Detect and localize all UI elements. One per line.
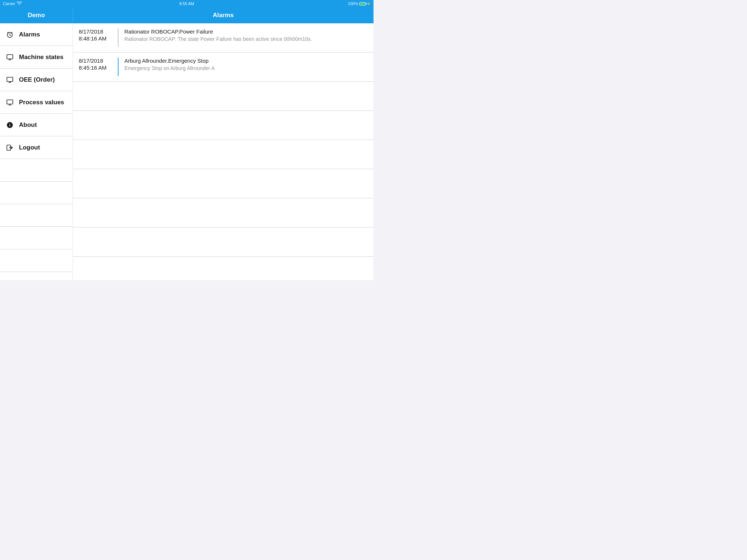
alarm-empty-1	[73, 82, 374, 111]
header-sidebar-section: Demo	[0, 7, 73, 23]
sidebar-label-machine-states: Machine states	[19, 54, 63, 61]
status-bar: Carrier 8:55 AM 100% ⚡	[0, 0, 374, 7]
alarm-2-description: Emergency Stop on Arburg Allrounder A	[124, 65, 368, 71]
alarm-1-text: Rationator ROBOCAP.Power Failure Rationa…	[123, 28, 368, 47]
app-container: Demo Alarms Alarms	[0, 7, 374, 280]
sidebar-empty-5	[0, 249, 73, 272]
sidebar-item-about[interactable]: i About	[0, 114, 73, 136]
header-main-section: Alarms	[73, 7, 374, 23]
app-header: Demo Alarms	[0, 7, 374, 23]
alarm-2-text: Arburg Allrounder.Emergency Stop Emergen…	[123, 58, 368, 76]
alarm-1-time: 8:48:16 AM	[79, 35, 113, 42]
svg-rect-3	[7, 100, 13, 104]
carrier-label: Carrier	[3, 1, 15, 6]
logout-icon	[6, 144, 14, 151]
alarm-empty-6	[73, 228, 374, 257]
sidebar-item-alarms[interactable]: Alarms	[0, 23, 73, 46]
alarms-list: 8/17/2018 8:48:16 AM Rationator ROBOCAP.…	[73, 23, 374, 280]
battery-icon	[359, 2, 366, 5]
alarm-2-title: Arburg Allrounder.Emergency Stop	[124, 58, 368, 64]
sidebar: Alarms Machine states	[0, 23, 73, 280]
info-icon: i	[6, 121, 14, 129]
alarm-clock-icon	[6, 31, 14, 38]
monitor-icon-1	[6, 54, 14, 61]
battery-percent: 100%	[348, 1, 358, 6]
alarm-empty-7	[73, 257, 374, 280]
alarm-1-divider	[118, 28, 119, 47]
alarm-2-datetime: 8/17/2018 8:45:16 AM	[79, 58, 113, 76]
sidebar-item-machine-states[interactable]: Machine states	[0, 46, 73, 69]
sidebar-empty-1	[0, 159, 73, 182]
alarm-2-time: 8:45:16 AM	[79, 65, 113, 71]
sidebar-empty-4	[0, 227, 73, 249]
status-bar-left: Carrier	[3, 1, 22, 6]
alarm-empty-3	[73, 140, 374, 169]
svg-text:i: i	[9, 122, 10, 128]
alarm-2-date: 8/17/2018	[79, 58, 113, 64]
sidebar-empty-3	[0, 204, 73, 227]
sidebar-label-about: About	[19, 121, 37, 129]
sidebar-item-logout[interactable]: Logout	[0, 136, 73, 159]
monitor-icon-3	[6, 99, 14, 106]
sidebar-label-oee-order: OEE (Order)	[19, 76, 55, 83]
svg-rect-1	[7, 54, 13, 59]
sidebar-item-oee-order[interactable]: OEE (Order)	[0, 69, 73, 91]
sidebar-label-logout: Logout	[19, 144, 40, 151]
charging-icon: ⚡	[367, 2, 371, 5]
status-bar-time: 8:55 AM	[179, 1, 194, 6]
status-bar-right: 100% ⚡	[348, 1, 371, 6]
sidebar-label-alarms: Alarms	[19, 31, 40, 38]
alarm-1-description: Rationator ROBOCAP: The state Power Fail…	[124, 36, 368, 42]
monitor-icon-2	[6, 76, 14, 83]
alarm-item-2[interactable]: 8/17/2018 8:45:16 AM Arburg Allrounder.E…	[73, 52, 374, 82]
alarm-2-divider	[118, 58, 119, 76]
sidebar-header-title: Demo	[28, 12, 45, 19]
sidebar-empty-6	[0, 272, 73, 280]
sidebar-empty-2	[0, 182, 73, 204]
sidebar-label-process-values: Process values	[19, 99, 64, 106]
alarm-1-date: 8/17/2018	[79, 28, 113, 35]
main-header-title: Alarms	[213, 12, 234, 19]
svg-rect-2	[7, 77, 13, 81]
alarm-empty-4	[73, 169, 374, 198]
alarm-empty-5	[73, 198, 374, 228]
alarm-empty-2	[73, 111, 374, 140]
alarm-1-title: Rationator ROBOCAP.Power Failure	[124, 28, 368, 35]
alarm-1-datetime: 8/17/2018 8:48:16 AM	[79, 28, 113, 47]
alarm-item-1[interactable]: 8/17/2018 8:48:16 AM Rationator ROBOCAP.…	[73, 23, 374, 52]
content-area: Alarms Machine states	[0, 23, 374, 280]
wifi-icon	[17, 1, 22, 6]
sidebar-item-process-values[interactable]: Process values	[0, 91, 73, 114]
